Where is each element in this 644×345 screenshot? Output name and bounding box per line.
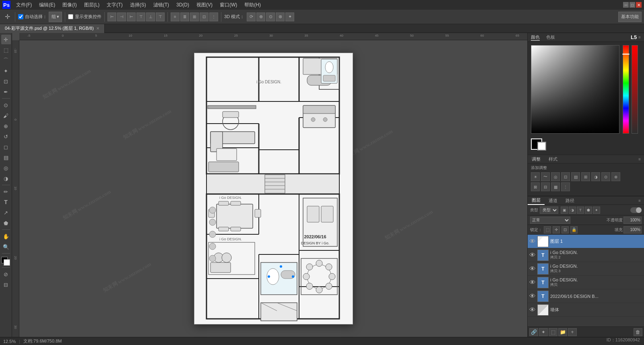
- link-layers-btn[interactable]: 🔗: [529, 328, 538, 336]
- adj-bw[interactable]: ◑: [591, 172, 600, 181]
- adj-vibrance[interactable]: ⊡: [561, 172, 570, 181]
- dist-h-btn[interactable]: ≡: [171, 12, 180, 21]
- menu-3d[interactable]: 3D(D): [173, 1, 192, 8]
- tool-clone[interactable]: ⊕: [1, 121, 11, 131]
- paths-tab[interactable]: 路径: [561, 196, 578, 205]
- tool-mode[interactable]: ⊘: [1, 269, 11, 279]
- alpha-slider[interactable]: [632, 45, 638, 134]
- background-color[interactable]: [4, 259, 10, 266]
- menu-filter[interactable]: 滤镜(T): [150, 1, 172, 9]
- menu-window[interactable]: 窗口(W): [217, 1, 240, 9]
- color-swatches[interactable]: [1, 257, 11, 266]
- adjustments-tab[interactable]: 调整: [528, 155, 545, 163]
- layers-tab[interactable]: 图层: [528, 196, 545, 205]
- 3d-btn2[interactable]: ⊕: [256, 12, 265, 21]
- layer-visibility-3[interactable]: 👁: [529, 266, 536, 272]
- align-right-btn[interactable]: ⊢: [127, 12, 136, 21]
- filter-smart[interactable]: ✦: [593, 207, 600, 214]
- filter-toggle[interactable]: [630, 207, 642, 213]
- tool-gradient[interactable]: ▤: [1, 153, 11, 162]
- layer-visibility-4[interactable]: 👁: [529, 279, 536, 286]
- tool-blur[interactable]: ◎: [1, 163, 11, 173]
- menu-help[interactable]: 帮助(H): [241, 1, 264, 9]
- layers-menu-icon[interactable]: ≡: [635, 198, 644, 203]
- layer-item-1[interactable]: 👁 图层 1: [528, 235, 644, 248]
- adj-hsl[interactable]: ▤: [571, 172, 580, 181]
- preset-btn[interactable]: 基本功能: [618, 12, 642, 22]
- opacity-input[interactable]: [623, 217, 642, 224]
- tool-text[interactable]: T: [1, 197, 11, 207]
- add-mask-btn[interactable]: ⬚: [549, 328, 557, 336]
- tool-spot-heal[interactable]: ⊙: [1, 100, 11, 110]
- style-tab[interactable]: 样式: [545, 155, 561, 163]
- layer-visibility-6[interactable]: 👁: [529, 307, 536, 313]
- align-vcenter-btn[interactable]: ⊥: [146, 12, 155, 21]
- align-left-btn[interactable]: ⊢: [107, 12, 116, 21]
- move-tool[interactable]: ✛: [2, 12, 12, 22]
- minimize-button[interactable]: ─: [623, 2, 629, 8]
- tool-select-rect[interactable]: ⬚: [1, 45, 11, 55]
- filter-text[interactable]: T: [577, 207, 584, 214]
- tool-crop[interactable]: ⊡: [1, 76, 11, 86]
- menu-file[interactable]: 文件(F): [13, 1, 35, 9]
- color-picker[interactable]: [528, 42, 644, 155]
- swatch-tab[interactable]: 色板: [546, 34, 555, 41]
- adj-photo-filter[interactable]: ⊙: [601, 172, 610, 181]
- menu-layer[interactable]: 图层(L): [81, 1, 103, 9]
- tool-magic-wand[interactable]: ✦: [1, 66, 11, 76]
- tool-shape[interactable]: ⬟: [1, 218, 11, 228]
- layer-item-2[interactable]: 👁 T i Go DESIGN. 拷贝 2: [528, 248, 644, 262]
- tool-dodge[interactable]: ◑: [1, 174, 11, 183]
- lock-all-btn[interactable]: 🔒: [570, 226, 578, 233]
- lock-pixels-btn[interactable]: ⬚: [544, 226, 551, 233]
- tool-eraser[interactable]: ◻: [1, 142, 11, 152]
- menu-text[interactable]: 文字(T): [103, 1, 126, 9]
- tab-document[interactable]: 04-彩平源文件.psd @ 12.5% (图层 1, RGB/8) ✕: [0, 24, 105, 33]
- adj-curves[interactable]: 〜: [541, 172, 550, 181]
- adj-exposure[interactable]: ◎: [551, 172, 560, 181]
- layer-visibility-1[interactable]: 👁: [529, 238, 536, 245]
- adj-color-balance[interactable]: ⊞: [581, 172, 590, 181]
- filter-shape[interactable]: ⬟: [585, 207, 592, 214]
- filter-type-select[interactable]: 类型: [540, 207, 558, 214]
- dist-btn3[interactable]: ⊞: [190, 12, 199, 21]
- hue-slider[interactable]: [623, 45, 629, 134]
- adj-posterize[interactable]: ⊠: [531, 182, 540, 191]
- canvas-content[interactable]: 知末网 www.znzmo.com 知末网 www.znzmo.com 知末网 …: [19, 40, 527, 337]
- fill-input[interactable]: [623, 226, 642, 233]
- align-top-btn[interactable]: ⊤: [136, 12, 145, 21]
- filter-pixel[interactable]: ▣: [561, 207, 568, 214]
- blend-mode-select[interactable]: 正常: [530, 217, 570, 224]
- dist-btn4[interactable]: ⊡: [200, 12, 208, 21]
- tool-history-brush[interactable]: ↺: [1, 132, 11, 141]
- adj-selective-color[interactable]: ⋮: [561, 182, 570, 191]
- adj-threshold[interactable]: ⊟: [541, 182, 550, 191]
- auto-select-checkbox[interactable]: [18, 14, 23, 19]
- filter-adj[interactable]: ◑: [569, 207, 576, 214]
- canvas-area[interactable]: -5 0 5 10 15 20 25 30 35 40 45 50 55 60 …: [12, 33, 527, 337]
- layer-item-6[interactable]: 👁 墙体: [528, 303, 644, 317]
- layer-item-3[interactable]: 👁 T i Go DESIGN. 拷贝 3: [528, 262, 644, 276]
- align-bottom-btn[interactable]: ⊤: [156, 12, 165, 21]
- tool-fullscreen[interactable]: ⊟: [1, 280, 11, 289]
- color-tab[interactable]: 颜色: [531, 34, 540, 41]
- tool-hand[interactable]: ✋: [1, 231, 11, 241]
- tool-path-select[interactable]: ↗: [1, 208, 11, 217]
- delete-layer-btn[interactable]: 🗑: [634, 328, 642, 336]
- layer-visibility-5[interactable]: 👁: [529, 293, 536, 300]
- 3d-btn3[interactable]: ⊙: [266, 12, 275, 21]
- tool-eyedropper[interactable]: ✒: [1, 87, 11, 97]
- tool-lasso[interactable]: ⌒: [1, 56, 11, 65]
- lock-artboard-btn[interactable]: ⊡: [561, 226, 569, 233]
- tool-brush[interactable]: 🖌: [1, 111, 11, 120]
- channels-tab[interactable]: 通道: [545, 196, 561, 205]
- tool-move[interactable]: ✛: [1, 35, 11, 44]
- new-group-btn[interactable]: 📁: [558, 328, 567, 336]
- color-spectrum[interactable]: [531, 45, 619, 134]
- add-style-btn[interactable]: ✦: [539, 328, 548, 336]
- close-button[interactable]: ✕: [636, 2, 642, 8]
- 3d-btn1[interactable]: ⟳: [247, 12, 256, 21]
- maximize-button[interactable]: □: [630, 2, 635, 8]
- adj-gradient-map[interactable]: ▦: [551, 182, 560, 191]
- 3d-btn4[interactable]: ⊗: [276, 12, 285, 21]
